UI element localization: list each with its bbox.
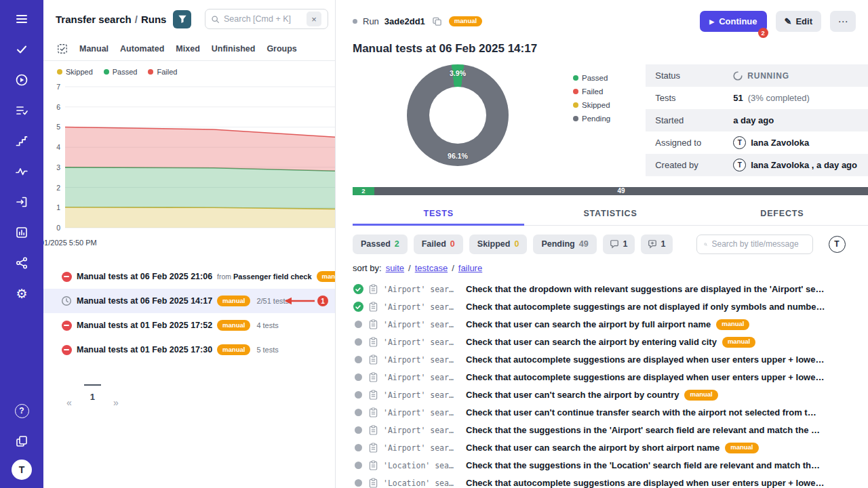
testcase-clipboard-icon (369, 425, 378, 435)
prev-page-button[interactable]: « (62, 390, 76, 408)
test-suite-name: 'Airport' sear… (383, 373, 460, 382)
runs-tab[interactable]: Automated (120, 44, 164, 54)
legend-dot (573, 89, 578, 94)
test-pending-icon (355, 426, 362, 434)
test-suite-name: 'Airport' sear… (383, 355, 460, 365)
test-list-item[interactable]: 'Airport' sear… Check that the dropdown … (353, 281, 868, 298)
chart-legend-item[interactable]: Failed (148, 68, 177, 76)
runs-panel: Transfer search/Runs × Manual Automated … (43, 0, 336, 488)
run-list-item[interactable]: Manual tests at 01 Feb 2025 17:30 manual… (43, 338, 335, 362)
sort-option-link[interactable]: testcase (415, 263, 448, 273)
run-id: 3ade2dd1 (384, 16, 425, 26)
test-list-item[interactable]: 'Airport' sear… Check that user can't se… (353, 386, 868, 404)
legend-dot (104, 69, 109, 75)
select-all-icon[interactable] (57, 43, 68, 54)
info-label: Created by (655, 160, 733, 170)
runs-tab[interactable]: Groups (267, 44, 296, 54)
chart-legend-item[interactable]: Passed (104, 68, 138, 76)
test-list-item[interactable]: 'Airport' sear… Check that autocomplete … (353, 369, 868, 386)
reports-chart-icon[interactable] (9, 220, 34, 245)
run-progress-bar: 2 49 (353, 187, 868, 195)
test-pending-icon (355, 321, 362, 328)
test-list-item[interactable]: 'Location' sea… Check that autocomplete … (353, 474, 868, 488)
menu-icon[interactable] (9, 7, 34, 31)
testcase-clipboard-icon (369, 460, 378, 470)
test-list-item[interactable]: 'Airport' sear… Check that autocomplete … (353, 351, 868, 369)
test-list-item[interactable]: 'Location' sea… Check that the suggestio… (353, 457, 868, 474)
info-label: Assigned to (655, 138, 733, 148)
copy-run-id-button[interactable] (431, 15, 443, 28)
edit-button[interactable]: ✎ Edit (776, 11, 821, 32)
runs-tab[interactable]: Mixed (176, 44, 199, 54)
test-list-item[interactable]: 'Airport' sear… Check that user can sear… (353, 316, 868, 333)
test-suite-name: 'Airport' sear… (383, 338, 460, 347)
run-info-table: Status RUNNING Tests (646, 64, 868, 176)
more-actions-button[interactable]: ⋯ (830, 11, 856, 32)
runs-play-icon[interactable] (9, 68, 34, 92)
run-detail-tab[interactable]: TESTS (353, 202, 524, 226)
breadcrumb-project[interactable]: Transfer search (56, 14, 132, 25)
runs-tab[interactable]: Manual (79, 44, 108, 54)
activity-pulse-icon[interactable] (9, 159, 34, 184)
settings-gear-icon[interactable]: ⚙ (9, 281, 34, 306)
run-detail-tab[interactable]: STATISTICS (524, 202, 696, 226)
testcase-clipboard-icon (369, 390, 378, 400)
test-list-item[interactable]: 'Airport' sear… Check that the suggestio… (353, 422, 868, 439)
run-detail-panel: Run 3ade2dd1 manual ▶ Continue 2 ✎ Edit … (336, 0, 868, 488)
progress-passed-segment: 2 (353, 187, 374, 195)
breadcrumb: Transfer search/Runs (56, 14, 166, 25)
test-plans-icon[interactable] (9, 98, 34, 123)
status-filter-button[interactable]: Failed 0 (414, 235, 463, 254)
user-avatar[interactable]: T (12, 460, 32, 480)
sort-option-link[interactable]: suite (386, 263, 404, 273)
test-suite-name: 'Airport' sear… (383, 320, 460, 329)
manual-badge: manual (725, 443, 758, 453)
run-detail-tab[interactable]: DEFECTS (696, 202, 868, 226)
projects-copy-icon[interactable] (9, 429, 34, 453)
comments-counter-button[interactable]: 1 (603, 235, 635, 254)
legend-dot (573, 116, 578, 121)
integrations-nodes-icon[interactable] (9, 251, 34, 275)
run-list-item[interactable]: Manual tests at 06 Feb 2025 21:06 from P… (43, 264, 335, 289)
sign-in-icon[interactable] (9, 190, 34, 214)
results-counter-button[interactable]: 1 (641, 235, 673, 254)
assignee-filter-avatar[interactable]: T (829, 236, 846, 253)
test-pending-icon (355, 462, 362, 469)
copy-icon (432, 16, 442, 26)
test-list-item[interactable]: 'Airport' sear… Check that user can sear… (353, 333, 868, 351)
tests-search-input[interactable] (712, 239, 806, 249)
clear-search-button[interactable]: × (307, 12, 321, 26)
help-icon[interactable]: ? (9, 399, 34, 423)
milestones-steps-icon[interactable] (9, 129, 34, 153)
run-overview: 3.9% 96.1% Passed Failed Skipped Pending (353, 64, 868, 176)
avatar: T (733, 159, 746, 171)
continue-button[interactable]: ▶ Continue 2 (700, 11, 766, 32)
test-list-item[interactable]: 'Airport' sear… Check that user can't co… (353, 404, 868, 422)
suites-check-icon[interactable] (9, 37, 34, 62)
run-actions: ▶ Continue 2 ✎ Edit ⋯ (700, 11, 856, 32)
run-list-item[interactable]: Manual tests at 06 Feb 2025 14:17 manual… (43, 289, 335, 313)
run-title: Manual tests at 06 Feb 2025 14:17 (77, 296, 212, 306)
donut-pending-percent: 96.1% (407, 152, 509, 160)
test-list-item[interactable]: 'Airport' sear… Check that user can sear… (353, 439, 868, 457)
test-pending-icon (355, 479, 362, 487)
page-number[interactable]: 1 (84, 384, 101, 402)
annotation-number: 2 (758, 28, 768, 38)
next-page-button[interactable]: » (109, 390, 123, 408)
sort-option-link[interactable]: failure (458, 263, 482, 273)
filter-button[interactable] (173, 10, 191, 28)
run-detail-tabs: TESTS STATISTICS DEFECTS (353, 202, 868, 226)
status-filter-button[interactable]: Pending 49 (533, 235, 596, 254)
runs-tab[interactable]: Unfinished (212, 44, 256, 54)
status-filter-button[interactable]: Skipped 0 (469, 235, 528, 254)
chart-legend-item[interactable]: Skipped (57, 68, 93, 76)
legend-label: Pending (582, 115, 610, 123)
legend-dot (148, 69, 153, 75)
status-filter-button[interactable]: Passed 2 (353, 235, 408, 254)
page-numbers: 1 (84, 390, 101, 403)
run-tests-count: 4 tests (256, 321, 278, 329)
test-list-item[interactable]: 'Airport' sear… Check that autocomplete … (353, 298, 868, 316)
search-icon (704, 240, 707, 249)
runs-search-input[interactable] (224, 14, 302, 24)
run-list-item[interactable]: Manual tests at 01 Feb 2025 17:52 manual… (43, 313, 335, 338)
